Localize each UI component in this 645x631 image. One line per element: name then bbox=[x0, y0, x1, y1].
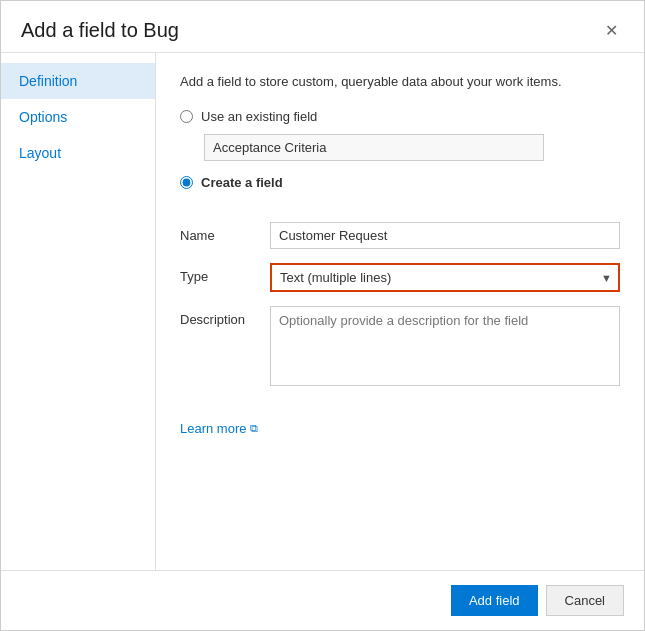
type-select[interactable]: Text (multiple lines) Text (single line)… bbox=[270, 263, 620, 292]
main-content: Add a field to store custom, queryable d… bbox=[156, 53, 644, 570]
type-label: Type bbox=[180, 263, 270, 284]
existing-field-input-wrapper bbox=[204, 134, 620, 161]
description-textarea-wrapper bbox=[270, 306, 620, 389]
type-select-wrapper: Text (multiple lines) Text (single line)… bbox=[270, 263, 620, 292]
external-link-icon: ⧉ bbox=[250, 422, 258, 435]
type-field-row: Type Text (multiple lines) Text (single … bbox=[180, 263, 620, 292]
create-field-radio[interactable] bbox=[180, 176, 193, 189]
name-input[interactable] bbox=[270, 222, 620, 249]
existing-field-input bbox=[204, 134, 544, 161]
name-input-wrapper bbox=[270, 222, 620, 249]
sidebar-item-definition[interactable]: Definition bbox=[1, 63, 155, 99]
cancel-button[interactable]: Cancel bbox=[546, 585, 624, 616]
description-field-row: Description bbox=[180, 306, 620, 389]
description-label: Description bbox=[180, 306, 270, 327]
name-field-row: Name bbox=[180, 222, 620, 249]
learn-more-label: Learn more bbox=[180, 421, 246, 436]
dialog-title: Add a field to Bug bbox=[21, 19, 179, 42]
dialog-body: Definition Options Layout Add a field to… bbox=[1, 53, 644, 570]
use-existing-label[interactable]: Use an existing field bbox=[201, 109, 317, 124]
sidebar-item-options[interactable]: Options bbox=[1, 99, 155, 135]
dialog-header: Add a field to Bug ✕ bbox=[1, 1, 644, 53]
close-button[interactable]: ✕ bbox=[599, 21, 624, 41]
main-description: Add a field to store custom, queryable d… bbox=[180, 73, 620, 91]
dialog-footer: Add field Cancel bbox=[1, 570, 644, 630]
use-existing-radio[interactable] bbox=[180, 110, 193, 123]
add-field-button[interactable]: Add field bbox=[451, 585, 538, 616]
description-textarea[interactable] bbox=[270, 306, 620, 386]
use-existing-option: Use an existing field bbox=[180, 109, 620, 124]
create-field-option: Create a field bbox=[180, 175, 620, 190]
name-label: Name bbox=[180, 222, 270, 243]
radio-group: Use an existing field Create a field bbox=[180, 109, 620, 200]
add-field-dialog: Add a field to Bug ✕ Definition Options … bbox=[0, 0, 645, 631]
sidebar: Definition Options Layout bbox=[1, 53, 156, 570]
create-field-section: Name Type Text (multiple lines) Text (si… bbox=[180, 222, 620, 403]
sidebar-item-layout[interactable]: Layout bbox=[1, 135, 155, 171]
learn-more-link[interactable]: Learn more ⧉ bbox=[180, 421, 620, 436]
create-field-label: Create a field bbox=[201, 175, 283, 190]
